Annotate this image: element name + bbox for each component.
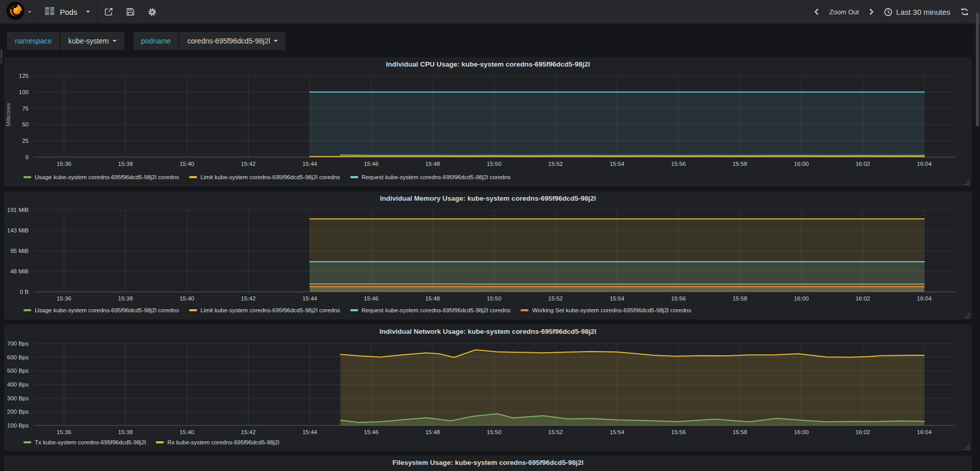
- panel-title-filesystem[interactable]: Filesystem Usage: kube-system coredns-69…: [4, 459, 972, 466]
- legend-item[interactable]: Working Set kube-system coredns-695f96dc…: [521, 307, 691, 313]
- svg-text:15:46: 15:46: [364, 161, 378, 167]
- svg-text:15:50: 15:50: [487, 295, 502, 302]
- svg-text:25: 25: [22, 138, 29, 144]
- svg-text:15:52: 15:52: [548, 295, 563, 302]
- svg-text:16:02: 16:02: [855, 429, 870, 435]
- svg-text:16:00: 16:00: [794, 429, 809, 435]
- memory-chart[interactable]: 15:3615:3815:4015:4215:4415:4615:4815:50…: [4, 191, 972, 319]
- panel-resize-handle[interactable]: [964, 312, 970, 318]
- time-shift-back-button[interactable]: [809, 0, 824, 24]
- svg-text:15:44: 15:44: [302, 429, 317, 435]
- legend-item[interactable]: Request kube-system coredns-695f96dcd5-9…: [350, 174, 511, 180]
- share-button[interactable]: [98, 0, 120, 24]
- panel-network-usage: Individual Network Usage: kube-system co…: [4, 325, 972, 451]
- legend-label: Tx kube-system coredns-695f96dcd5-98j2l: [35, 439, 146, 445]
- time-range-label: Last 30 minutes: [896, 8, 950, 16]
- refresh-button[interactable]: [955, 0, 974, 24]
- clock-icon: [884, 8, 893, 16]
- svg-text:15:42: 15:42: [241, 295, 256, 302]
- svg-text:100: 100: [19, 89, 29, 95]
- template-variables-row: namespace kube-system podname coredns-69…: [7, 32, 295, 50]
- legend-item[interactable]: Request kube-system coredns-695f96dcd5-9…: [350, 307, 511, 313]
- svg-text:15:44: 15:44: [302, 161, 317, 167]
- svg-text:600 Bps: 600 Bps: [7, 354, 29, 360]
- legend-label: Rx kube-system coredns-695f96dcd5-98j2l: [167, 439, 279, 445]
- svg-text:16:00: 16:00: [794, 161, 809, 167]
- svg-text:15:40: 15:40: [180, 429, 194, 435]
- svg-text:15:42: 15:42: [241, 429, 256, 435]
- network-chart[interactable]: 15:3615:3815:4015:4215:4415:4615:4815:50…: [4, 325, 972, 451]
- svg-text:15:58: 15:58: [732, 161, 747, 167]
- gear-icon: [148, 8, 157, 16]
- variable-value-namespace: kube-system: [68, 37, 108, 45]
- memory-legend: Usage kube-system coredns-695f96dcd5-98j…: [24, 307, 701, 313]
- legend-color-swatch: [521, 309, 528, 311]
- svg-text:143 MiB: 143 MiB: [7, 227, 29, 233]
- dashboard-title-button[interactable]: Pods: [38, 0, 98, 24]
- svg-text:15:46: 15:46: [364, 429, 378, 435]
- chevron-down-icon: [113, 40, 117, 42]
- legend-item[interactable]: Tx kube-system coredns-695f96dcd5-98j2l: [24, 439, 146, 445]
- time-range-picker[interactable]: Last 30 minutes: [879, 0, 955, 24]
- svg-text:15:36: 15:36: [57, 429, 72, 435]
- cpu-legend: Usage kube-system coredns-695f96dcd5-98j…: [24, 174, 521, 180]
- svg-text:15:52: 15:52: [548, 429, 563, 435]
- legend-label: Usage kube-system coredns-695f96dcd5-98j…: [35, 174, 179, 180]
- legend-label: Request kube-system coredns-695f96dcd5-9…: [362, 307, 511, 313]
- svg-text:15:38: 15:38: [118, 429, 133, 435]
- settings-button[interactable]: [141, 0, 163, 24]
- legend-color-swatch: [189, 176, 197, 178]
- legend-color-swatch: [350, 176, 358, 178]
- legend-item[interactable]: Limit kube-system coredns-695f96dcd5-98j…: [189, 307, 340, 313]
- variable-select-podname[interactable]: coredns-695f96dcd5-98j2l: [180, 32, 285, 50]
- legend-item[interactable]: Limit kube-system coredns-695f96dcd5-98j…: [189, 174, 340, 180]
- legend-label: Usage kube-system coredns-695f96dcd5-98j…: [35, 307, 179, 313]
- svg-text:50: 50: [22, 121, 29, 127]
- legend-label: Limit kube-system coredns-695f96dcd5-98j…: [201, 174, 340, 180]
- dashboard-caret-icon: [86, 11, 90, 13]
- cpu-chart[interactable]: 15:3615:3815:4015:4215:4415:4615:4815:50…: [4, 57, 972, 186]
- svg-text:15:46: 15:46: [364, 295, 378, 302]
- svg-text:15:54: 15:54: [610, 429, 625, 435]
- legend-color-swatch: [24, 176, 31, 178]
- legend-item[interactable]: Usage kube-system coredns-695f96dcd5-98j…: [24, 174, 179, 180]
- svg-text:95 MiB: 95 MiB: [10, 248, 29, 254]
- svg-text:191 MiB: 191 MiB: [7, 207, 29, 213]
- legend-item[interactable]: Usage kube-system coredns-695f96dcd5-98j…: [24, 307, 179, 313]
- svg-text:15:56: 15:56: [671, 161, 686, 167]
- svg-text:700 Bps: 700 Bps: [7, 340, 29, 347]
- svg-text:16:04: 16:04: [917, 295, 932, 302]
- time-shift-forward-button[interactable]: [864, 0, 879, 24]
- panel-memory-usage: Individual Memory Usage: kube-system cor…: [4, 191, 972, 319]
- chevron-right-icon: [869, 8, 874, 15]
- save-button[interactable]: [120, 0, 141, 24]
- svg-text:15:38: 15:38: [118, 295, 133, 302]
- legend-color-swatch: [350, 309, 358, 311]
- svg-text:15:50: 15:50: [487, 429, 502, 435]
- svg-text:0: 0: [26, 154, 29, 160]
- legend-color-swatch: [24, 441, 31, 443]
- svg-text:15:36: 15:36: [57, 295, 72, 302]
- variable-label-namespace: namespace: [7, 32, 59, 50]
- svg-text:75: 75: [22, 105, 29, 112]
- legend-label: Limit kube-system coredns-695f96dcd5-98j…: [201, 307, 340, 313]
- svg-text:15:52: 15:52: [548, 161, 563, 167]
- panel-cpu-usage: Individual CPU Usage: kube-system coredn…: [4, 57, 972, 186]
- svg-text:500 Bps: 500 Bps: [7, 368, 29, 374]
- save-icon: [126, 8, 135, 16]
- svg-text:300 Bps: 300 Bps: [7, 395, 29, 401]
- svg-text:200 Bps: 200 Bps: [7, 409, 29, 415]
- legend-item[interactable]: Rx kube-system coredns-695f96dcd5-98j2l: [156, 439, 279, 445]
- svg-text:15:54: 15:54: [610, 161, 625, 167]
- svg-text:15:50: 15:50: [487, 161, 502, 167]
- scrollbar-thumb[interactable]: [976, 13, 979, 126]
- variable-label-podname: podname: [133, 32, 179, 50]
- variable-select-namespace[interactable]: kube-system: [60, 32, 124, 50]
- panel-resize-handle[interactable]: [964, 443, 970, 450]
- legend-label: Request kube-system coredns-695f96dcd5-9…: [362, 174, 511, 180]
- panel-resize-handle[interactable]: [964, 179, 970, 185]
- grafana-logo-menu[interactable]: [0, 0, 38, 24]
- row-drag-handle[interactable]: [0, 49, 3, 63]
- svg-text:15:40: 15:40: [180, 295, 194, 302]
- zoom-out-button[interactable]: Zoom Out: [824, 0, 864, 24]
